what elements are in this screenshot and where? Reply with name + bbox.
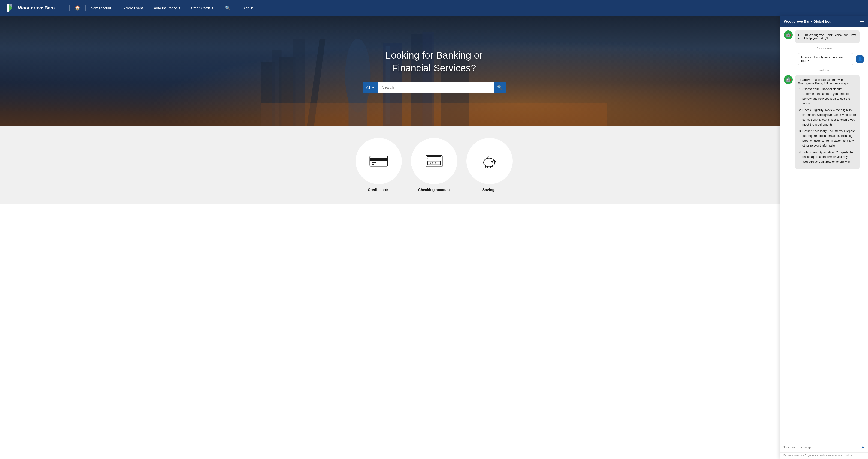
svg-rect-21 (427, 157, 441, 159)
nav-explore-loans[interactable]: Explore Loans (121, 6, 145, 10)
nav-signin[interactable]: Sign in (243, 6, 253, 10)
svg-point-34 (491, 161, 492, 162)
credit-card-icon (369, 154, 388, 168)
bot-message-1: 🤖 Hi , I'm Woodgrove Bank Global bot! Ho… (784, 30, 864, 43)
svg-point-26 (484, 158, 495, 167)
svg-point-23 (430, 162, 433, 164)
brand-logo-link[interactable]: Woodgrove Bank (7, 4, 56, 12)
svg-line-32 (490, 166, 491, 168)
checking-account-label: Checking account (418, 188, 450, 192)
credit-cards-label: Credit cards (368, 188, 389, 192)
credit-cards-chevron: ▼ (212, 6, 214, 9)
user-icon: 👤 (857, 57, 863, 62)
nav-divider-6 (236, 5, 237, 11)
service-checking-account[interactable]: Checking account (411, 138, 457, 192)
svg-line-31 (488, 166, 488, 168)
chatbot-title: Woodgrove Bank Global bot (784, 20, 830, 23)
checking-account-card[interactable] (411, 138, 457, 184)
hero-section: Looking for Banking or Financial Service… (0, 16, 868, 127)
user-avatar: 👤 (856, 55, 864, 63)
svg-rect-28 (487, 156, 489, 157)
savings-card[interactable] (466, 138, 513, 184)
chatbot-header: Woodgrove Bank Global bot — (780, 16, 868, 27)
chatbot-panel: Woodgrove Bank Global bot — 🤖 Hi , I'm W… (780, 16, 868, 203)
savings-icon (480, 154, 499, 168)
search-bar: All ▼ 🔍 (363, 82, 506, 93)
svg-rect-0 (7, 4, 8, 12)
chatbot-messages: 🤖 Hi , I'm Woodgrove Bank Global bot! Ho… (780, 27, 868, 203)
chatbot-minimize-button[interactable]: — (860, 19, 864, 24)
service-credit-cards[interactable]: Credit cards (355, 138, 402, 192)
bot-bubble-2: To apply for a personal loan with Woodgr… (795, 75, 860, 169)
hero-content: Looking for Banking or Financial Service… (365, 49, 503, 74)
auto-insurance-chevron: ▼ (178, 6, 181, 9)
svg-rect-17 (370, 158, 388, 161)
bot-step-3: Gather Necessary Documents: Prepare the … (802, 129, 857, 148)
svg-rect-19 (372, 164, 374, 165)
service-savings[interactable]: Savings (466, 138, 513, 192)
search-category-dropdown[interactable]: All ▼ (363, 82, 379, 93)
credit-cards-card[interactable] (355, 138, 402, 184)
search-icon: 🔍 (497, 85, 502, 90)
bot-icon-2: 🤖 (786, 77, 791, 82)
bot-steps-list: Assess Your Financial Needs: Determine t… (798, 87, 857, 164)
svg-rect-15 (261, 103, 607, 127)
nav-links: New Account Explore Loans Auto Insurance… (90, 4, 861, 11)
search-input[interactable] (378, 82, 493, 93)
brand-name: Woodgrove Bank (18, 5, 56, 11)
brand-logo (7, 4, 16, 12)
msg-timestamp-1: A minute ago (784, 46, 864, 50)
nav-divider-3 (149, 5, 149, 11)
nav-new-account[interactable]: New Account (90, 6, 112, 10)
bot-step-4: Submit Your Application: Complete the on… (802, 150, 857, 164)
bot-message-2: 🤖 To apply for a personal loan with Wood… (784, 75, 864, 169)
nav-home[interactable]: 🏠 (74, 5, 81, 11)
bot-step-2: Check Eligibility: Review the eligibilit… (802, 108, 857, 127)
bot-bubble-1: Hi , I'm Woodgrove Bank Global bot! How … (795, 30, 860, 43)
bot-icon-1: 🤖 (786, 32, 791, 37)
user-bubble-1: How can I apply for a personal loan? (798, 53, 853, 65)
hero-title: Looking for Banking or Financial Service… (365, 49, 503, 74)
nav-search-button[interactable]: 🔍 (223, 4, 232, 11)
search-dropdown-label: All (366, 86, 370, 89)
msg-timestamp-2: Just now (784, 69, 864, 71)
user-message-1: How can I apply for a personal loan? 👤 (784, 53, 864, 65)
checking-account-icon (425, 154, 443, 168)
svg-point-24 (433, 162, 435, 164)
services-section: Credit cards Checking account (0, 127, 868, 203)
search-submit-button[interactable]: 🔍 (494, 82, 506, 93)
bot-avatar-1: 🤖 (784, 30, 793, 39)
bot-step-1: Assess Your Financial Needs: Determine t… (802, 87, 857, 106)
bot-avatar-2: 🤖 (784, 75, 793, 84)
nav-divider-4 (186, 5, 186, 11)
search-dropdown-chevron: ▼ (371, 86, 375, 89)
svg-point-25 (436, 162, 438, 164)
navbar: Woodgrove Bank 🏠 New Account Explore Loa… (0, 0, 868, 16)
svg-rect-18 (372, 162, 376, 163)
nav-credit-cards[interactable]: Credit Cards ▼ (190, 6, 215, 10)
savings-label: Savings (483, 188, 496, 192)
svg-rect-29 (488, 157, 488, 158)
nav-auto-insurance[interactable]: Auto Insurance ▼ (153, 6, 182, 10)
